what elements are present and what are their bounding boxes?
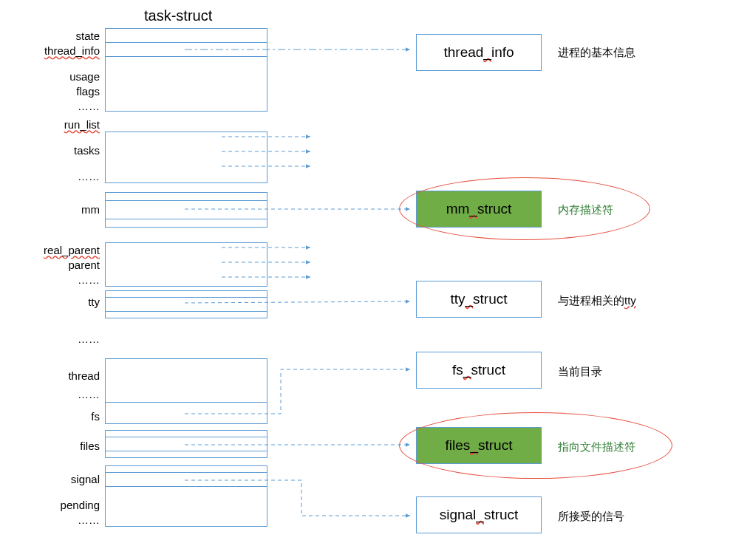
label-mm: mm: [33, 203, 100, 216]
label-dots3: ……: [33, 273, 100, 286]
cell-signal-bot: [105, 486, 267, 527]
label-real-parent: real_parent: [30, 244, 100, 256]
label-pending: pending: [33, 499, 100, 511]
cell-thread-info: [105, 42, 267, 57]
ellipse-files: [399, 412, 672, 479]
label-thread-info: thread_info: [28, 44, 100, 57]
cell-files-bot: [105, 451, 267, 458]
cell-usage-block: [105, 56, 267, 112]
label-dots5: ……: [33, 388, 100, 400]
label-parent: parent: [33, 259, 100, 271]
label-run-list: run_list: [33, 118, 100, 131]
ellipse-mm: [399, 177, 650, 240]
desc-tty-struct: 与进程相关的tty: [558, 294, 636, 308]
cell-fs: [105, 402, 267, 424]
cell-signal: [105, 472, 267, 487]
label-dots1: ……: [33, 100, 100, 112]
cell-mm: [105, 200, 267, 219]
box-signal-struct: signal_struct: [416, 496, 542, 533]
label-dots2: ……: [33, 170, 100, 182]
label-files: files: [33, 440, 100, 452]
cell-mm-bot: [105, 219, 267, 228]
label-dots6: ……: [33, 513, 100, 526]
cell-files: [105, 437, 267, 451]
desc-fs-struct: 当前目录: [558, 365, 602, 379]
label-dots4: ……: [33, 332, 100, 345]
label-tasks: tasks: [33, 144, 100, 157]
label-thread: thread: [33, 369, 100, 382]
label-signal: signal: [33, 473, 100, 485]
cell-tty: [105, 297, 267, 312]
cell-tasks-block: [105, 132, 267, 183]
diagram-title: task-struct: [144, 7, 212, 24]
box-tty-struct: tty_struct: [416, 281, 542, 318]
label-flags: flags: [33, 85, 100, 98]
desc-signal-struct: 所接受的信号: [558, 510, 624, 524]
cell-thread-block: [105, 358, 267, 403]
label-fs: fs: [33, 410, 100, 423]
label-state: state: [33, 30, 100, 42]
label-tty: tty: [33, 296, 100, 308]
box-thread-info: thread_info: [416, 34, 542, 71]
desc-thread-info: 进程的基本信息: [558, 46, 635, 60]
box-fs-struct: fs_struct: [416, 352, 542, 389]
cell-parent-block: [105, 242, 267, 287]
cell-state: [105, 28, 267, 43]
label-usage: usage: [33, 70, 100, 83]
cell-tty-bot: [105, 311, 267, 318]
